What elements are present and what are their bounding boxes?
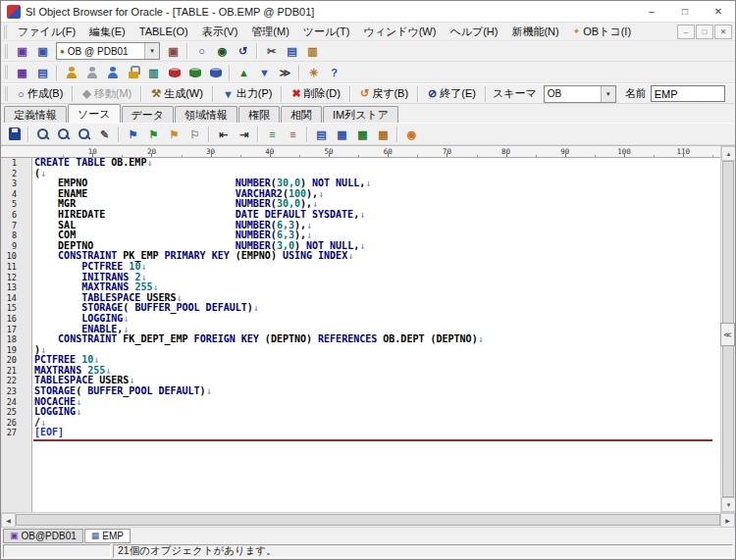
object-list-button[interactable]: ▤ xyxy=(32,63,53,81)
code-line-25[interactable]: 25LOGGING↓ xyxy=(1,407,720,418)
window-maximize-button[interactable]: □ xyxy=(668,1,702,22)
chevron-down-icon[interactable]: ▾ xyxy=(601,86,615,102)
revert-button[interactable]: ↺戻す(B) xyxy=(354,84,414,103)
horizontal-scroll-thumb[interactable] xyxy=(16,514,720,526)
toolbar-grip[interactable] xyxy=(5,86,8,101)
comment-button[interactable]: ≡ xyxy=(262,125,283,143)
scroll-down-arrow[interactable]: ▼ xyxy=(721,497,735,512)
code-line-23[interactable]: 23STORAGE( BUFFER_POOL DEFAULT)↓ xyxy=(1,386,720,397)
toolbar-grip[interactable] xyxy=(4,25,7,39)
tab-definition[interactable]: 定義情報 xyxy=(4,106,67,123)
cut-button[interactable]: ✂ xyxy=(261,42,282,61)
tab-relation[interactable]: 相関 xyxy=(281,106,322,123)
undo-button[interactable]: ↺ xyxy=(233,42,253,61)
scroll-left-arrow[interactable]: ◀ xyxy=(1,513,16,528)
export-button[interactable]: ▲ xyxy=(234,63,254,81)
scroll-right-arrow[interactable]: ▶ xyxy=(720,513,735,528)
user-button[interactable] xyxy=(61,63,81,81)
generate-button[interactable]: ⚒生成(W) xyxy=(145,84,209,103)
user-group-button[interactable] xyxy=(102,63,123,81)
redolog-button[interactable] xyxy=(205,63,226,81)
new-object-button[interactable]: ○ xyxy=(191,42,212,61)
tab-storage[interactable]: 領域情報 xyxy=(175,106,237,123)
paste-button[interactable]: ▥ xyxy=(302,42,323,61)
mdi-minimize-button[interactable]: – xyxy=(677,25,695,39)
delete-button[interactable]: ✖削除(D) xyxy=(286,84,346,103)
mdi-close-button[interactable]: ✕ xyxy=(714,25,732,39)
bookmark-prev-button[interactable]: ⚑ xyxy=(164,125,184,143)
name-input[interactable] xyxy=(651,85,725,102)
horizontal-scrollbar[interactable]: ◀ ▶ xyxy=(1,512,735,527)
menu-view[interactable]: 表示(V) xyxy=(195,23,245,41)
option-button[interactable]: ✳ xyxy=(303,63,324,81)
html-button[interactable]: ▦ xyxy=(373,125,394,143)
window-minimize-button[interactable]: – xyxy=(635,1,668,22)
role-button[interactable] xyxy=(123,63,143,81)
code-area[interactable]: 1CREATE TABLE OB.EMP↓2(↓3 EMPNO NUMBER(3… xyxy=(1,158,720,512)
tab-source[interactable]: ソース xyxy=(68,104,121,123)
menu-window[interactable]: ウィンドウ(W) xyxy=(356,23,443,41)
menu-edit[interactable]: 編集(E) xyxy=(82,23,132,41)
web-button[interactable]: ◉ xyxy=(401,125,422,143)
ddl-button[interactable]: ▤ xyxy=(311,125,332,143)
close-object-button[interactable]: ⊘終了(E) xyxy=(422,84,482,103)
disconnect-button[interactable]: ▣ xyxy=(163,42,184,61)
tablespace-button[interactable] xyxy=(164,63,184,81)
code-line-27[interactable]: 27[EOF] xyxy=(1,428,720,438)
er-diagram-button[interactable]: ▦ xyxy=(12,63,32,81)
code-line-26[interactable]: 26/↓ xyxy=(1,418,720,429)
find-button[interactable] xyxy=(32,125,53,143)
session-window-tab[interactable]: ▣OB@PDB01 xyxy=(3,529,83,543)
tab-im-column[interactable]: IM列ストア xyxy=(323,106,398,123)
profile-button[interactable]: ▥ xyxy=(143,63,164,81)
session-list-button[interactable]: ▣ xyxy=(32,42,53,61)
scroll-up-arrow[interactable]: ▲ xyxy=(721,146,735,161)
move-button[interactable]: ◆移動(M) xyxy=(77,84,137,103)
menu-tools[interactable]: ツール(T) xyxy=(296,23,357,41)
toolbar-grip[interactable] xyxy=(5,44,8,59)
menu-manage[interactable]: 管理(M) xyxy=(244,23,296,41)
tab-privileges[interactable]: 権限 xyxy=(238,106,280,123)
code-line-18[interactable]: 18 CONSTRAINT FK_DEPT_EMP FOREIGN KEY (D… xyxy=(1,334,720,345)
new-session-button[interactable]: ▣ xyxy=(12,42,32,61)
help-button[interactable]: ? xyxy=(324,63,344,81)
menu-table[interactable]: TABLE(O) xyxy=(132,24,195,39)
bookmark-next-button[interactable]: ⚑ xyxy=(143,125,164,143)
tab-data[interactable]: データ xyxy=(122,106,175,123)
uncomment-button[interactable]: ≡ xyxy=(283,125,303,143)
replace-button[interactable]: ✎ xyxy=(94,125,115,143)
code-line-24[interactable]: 24NOCACHE↓ xyxy=(1,397,720,408)
window-close-button[interactable]: ✕ xyxy=(702,1,735,22)
chevron-down-icon[interactable]: ▾ xyxy=(144,43,159,59)
source-editor: 102030405060708090100110 1CREATE TABLE O… xyxy=(1,145,735,512)
toolbar-grip[interactable] xyxy=(5,65,8,79)
copy-button[interactable]: ▤ xyxy=(282,42,302,61)
datafile-button[interactable] xyxy=(184,63,205,81)
find-next-button[interactable] xyxy=(53,125,74,143)
excel-button[interactable]: ▦ xyxy=(352,125,373,143)
schema-combobox[interactable]: OB ▾ xyxy=(544,85,616,103)
execute-button[interactable]: ◉ xyxy=(212,42,233,61)
grid-button[interactable]: ▦ xyxy=(332,125,352,143)
menu-file[interactable]: ファイル(F) xyxy=(11,23,82,41)
outdent-button[interactable]: ⇤ xyxy=(213,125,234,143)
code-line-1[interactable]: 1CREATE TABLE OB.EMP↓ xyxy=(1,158,720,169)
sqlplus-button[interactable]: ≫ xyxy=(275,63,295,81)
import-button[interactable]: ▼ xyxy=(254,63,275,81)
menu-help[interactable]: ヘルプ(H) xyxy=(443,23,504,41)
code-line-19[interactable]: 19)↓ xyxy=(1,345,720,356)
indent-button[interactable]: ⇥ xyxy=(234,125,254,143)
menu-newfeature[interactable]: 新機能(N) xyxy=(504,23,565,41)
emp-window-tab[interactable]: ▦EMP xyxy=(84,529,131,543)
output-button[interactable]: ▼出力(P) xyxy=(217,84,279,103)
find-prev-button[interactable] xyxy=(74,125,94,143)
bookmark-toggle-button[interactable]: ⚑ xyxy=(123,125,143,143)
bookmark-clear-button[interactable]: ⚐ xyxy=(184,125,205,143)
user-silver-button[interactable] xyxy=(81,63,102,81)
save-button[interactable] xyxy=(4,125,25,143)
create-button[interactable]: ○作成(B) xyxy=(12,84,69,103)
connection-combobox[interactable]: ●OB @ PDB01▾ xyxy=(56,42,160,60)
collapse-panel-button[interactable]: ≪ xyxy=(720,323,735,346)
mdi-restore-button[interactable]: □ xyxy=(696,25,713,39)
menu-obtoko[interactable]: ✦OBトコ(I) xyxy=(566,23,638,41)
